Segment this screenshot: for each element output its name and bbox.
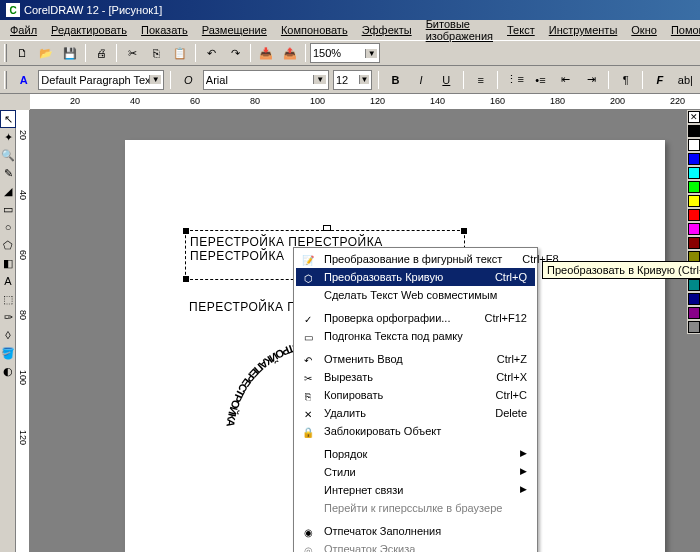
context-menu-item[interactable]: ⎘КопироватьCtrl+C: [296, 386, 535, 404]
align-button[interactable]: ≡: [470, 69, 491, 91]
dropdown-icon[interactable]: ▼: [313, 75, 326, 84]
style-input[interactable]: [41, 74, 148, 86]
zoom-input[interactable]: [313, 47, 365, 59]
freehand-tool[interactable]: ✎: [0, 164, 16, 182]
color-swatch[interactable]: [688, 195, 700, 207]
toolbar-grip[interactable]: [4, 44, 7, 62]
color-swatch[interactable]: [688, 125, 700, 137]
underline-button[interactable]: U: [436, 69, 457, 91]
format-f-button[interactable]: F: [649, 69, 670, 91]
blend-tool[interactable]: ⬚: [0, 290, 16, 308]
open-button[interactable]: 📂: [35, 42, 57, 64]
context-menu-item[interactable]: Порядок▶: [296, 445, 535, 463]
basic-shapes-tool[interactable]: ◧: [0, 254, 16, 272]
menu-item-label: Проверка орфографии...: [324, 312, 450, 324]
undo-button[interactable]: ↶: [200, 42, 222, 64]
context-menu-item[interactable]: ✕УдалитьDelete: [296, 404, 535, 422]
smart-draw-tool[interactable]: ◢: [0, 182, 16, 200]
menu-effects[interactable]: Эффекты: [356, 22, 418, 38]
context-menu-item[interactable]: 🔒Заблокировать Объект: [296, 422, 535, 440]
selection-handle[interactable]: [183, 228, 189, 234]
style-combo[interactable]: ▼: [38, 70, 164, 90]
toolbar-grip[interactable]: [4, 71, 7, 89]
color-swatch[interactable]: [688, 279, 700, 291]
font-combo[interactable]: ▼: [203, 70, 329, 90]
color-swatch[interactable]: [688, 167, 700, 179]
zoom-tool[interactable]: 🔍: [0, 146, 16, 164]
no-color-swatch[interactable]: ✕: [688, 111, 700, 123]
color-swatch[interactable]: [688, 139, 700, 151]
context-menu-item[interactable]: 📝Преобразование в фигурный текстCtrl+F8: [296, 250, 535, 268]
color-swatch[interactable]: [688, 223, 700, 235]
menu-help[interactable]: Помощь: [665, 22, 700, 38]
font-input[interactable]: [206, 74, 313, 86]
new-button[interactable]: 🗋: [11, 42, 33, 64]
selection-handle[interactable]: [461, 228, 467, 234]
context-menu-item[interactable]: ▭Подгонка Текста под рамку: [296, 327, 535, 345]
color-swatch[interactable]: [688, 153, 700, 165]
menu-tools[interactable]: Инструменты: [543, 22, 624, 38]
text-a-icon[interactable]: A: [13, 69, 34, 91]
size-combo[interactable]: ▼: [333, 70, 372, 90]
bold-button[interactable]: B: [385, 69, 406, 91]
rectangle-tool[interactable]: ▭: [0, 200, 16, 218]
menu-text[interactable]: Текст: [501, 22, 541, 38]
context-menu-item[interactable]: ✓Проверка орфографии...Ctrl+F12: [296, 309, 535, 327]
ellipse-tool[interactable]: ○: [0, 218, 16, 236]
print-button[interactable]: 🖨: [90, 42, 112, 64]
context-menu-item[interactable]: ◉Отпечаток Заполнения: [296, 522, 535, 540]
fill-tool[interactable]: 🪣: [0, 344, 16, 362]
selection-handle[interactable]: [183, 276, 189, 282]
interactive-fill-tool[interactable]: ◐: [0, 362, 16, 380]
save-button[interactable]: 💾: [59, 42, 81, 64]
color-swatch[interactable]: [688, 321, 700, 333]
shape-tool[interactable]: ✦: [0, 128, 16, 146]
menu-item-shortcut: Ctrl+C: [496, 389, 527, 401]
selection-handle[interactable]: [323, 225, 331, 231]
redo-button[interactable]: ↷: [224, 42, 246, 64]
menu-file[interactable]: Файл: [4, 22, 43, 38]
context-menu-item[interactable]: ✂ВырезатьCtrl+X: [296, 368, 535, 386]
bullet-button[interactable]: •≡: [530, 69, 551, 91]
outline-tool[interactable]: ◊: [0, 326, 16, 344]
polygon-tool[interactable]: ⬠: [0, 236, 16, 254]
import-button[interactable]: 📥: [255, 42, 277, 64]
copy-button[interactable]: ⎘: [145, 42, 167, 64]
menu-item-icon: ✂: [300, 370, 316, 386]
export-button[interactable]: 📤: [279, 42, 301, 64]
canvas[interactable]: ПЕРЕСТРОЙКА ПЕРЕСТРОЙКА ПЕРЕСТРОЙКА ПЕРЕ…: [30, 110, 700, 552]
zoom-combo[interactable]: ▼: [310, 43, 380, 63]
menu-layout[interactable]: Размещение: [196, 22, 273, 38]
indent-button[interactable]: ⇤: [555, 69, 576, 91]
list-button[interactable]: ⋮≡: [504, 69, 525, 91]
context-menu-item[interactable]: ↶Отменить ВводCtrl+Z: [296, 350, 535, 368]
format-ab-button[interactable]: ab|: [675, 69, 696, 91]
outdent-button[interactable]: ⇥: [581, 69, 602, 91]
italic-button[interactable]: I: [410, 69, 431, 91]
context-menu-item[interactable]: Интернет связи▶: [296, 481, 535, 499]
menu-bitmaps[interactable]: Битовые изображения: [420, 16, 499, 44]
menu-view[interactable]: Показать: [135, 22, 194, 38]
pick-tool[interactable]: ↖: [0, 110, 16, 128]
color-swatch[interactable]: [688, 307, 700, 319]
dropdown-icon[interactable]: ▼: [149, 75, 162, 84]
color-swatch[interactable]: [688, 293, 700, 305]
cut-button[interactable]: ✂: [121, 42, 143, 64]
text-tool[interactable]: A: [0, 272, 16, 290]
context-menu-item[interactable]: Сделать Текст Web совместимым: [296, 286, 535, 304]
menu-item-label: Интернет связи: [324, 484, 403, 496]
eyedropper-tool[interactable]: ✑: [0, 308, 16, 326]
color-swatch[interactable]: [688, 237, 700, 249]
color-swatch[interactable]: [688, 209, 700, 221]
menu-arrange[interactable]: Компоновать: [275, 22, 354, 38]
context-menu-item[interactable]: ⬡Преобразовать КривуюCtrl+Q: [296, 268, 535, 286]
dropdown-icon[interactable]: ▼: [365, 49, 377, 58]
dropdown-icon[interactable]: ▼: [359, 75, 369, 84]
context-menu-item[interactable]: Стили▶: [296, 463, 535, 481]
paste-button[interactable]: 📋: [169, 42, 191, 64]
menu-edit[interactable]: Редактировать: [45, 22, 133, 38]
menu-window[interactable]: Окно: [625, 22, 663, 38]
color-swatch[interactable]: [688, 181, 700, 193]
size-input[interactable]: [336, 74, 359, 86]
pilcrow-button[interactable]: ¶: [615, 69, 636, 91]
